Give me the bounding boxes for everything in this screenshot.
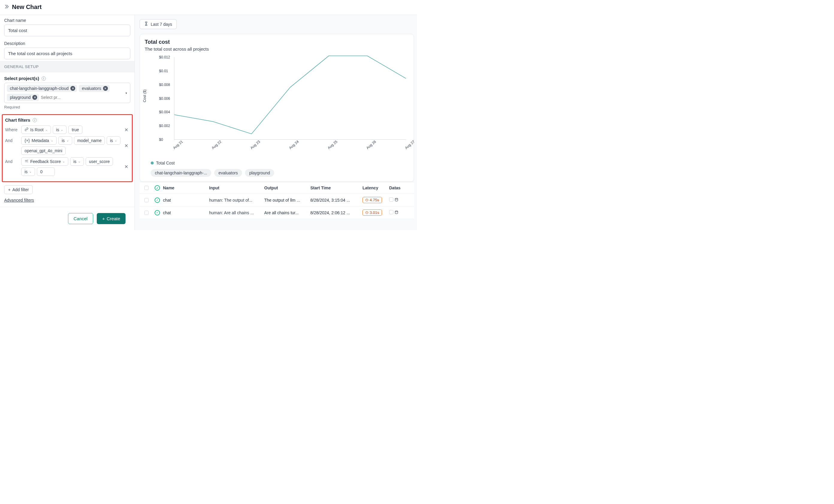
cell-input: human: Are all chains ... — [209, 210, 263, 215]
latency-badge: 4.75s — [363, 197, 382, 203]
dataset-checkbox[interactable] — [389, 197, 393, 202]
filter-field-select[interactable]: Feedback Score⌄ — [21, 157, 68, 166]
col-latency[interactable]: Latency — [363, 185, 388, 190]
project-chip: playground✕ — [7, 94, 39, 101]
metadata-icon: {×} — [25, 138, 30, 143]
filter-keyword: Where — [5, 126, 19, 132]
legend-marker — [151, 161, 154, 165]
required-hint: Required — [0, 104, 134, 112]
status-ok-icon: ✓ — [155, 210, 160, 215]
row-checkbox[interactable] — [145, 211, 149, 215]
cancel-button[interactable]: Cancel — [68, 213, 93, 224]
y-axis-label: Cost ($) — [142, 89, 147, 102]
projects-search-input[interactable] — [41, 95, 68, 100]
filter-field-select[interactable]: Is Root⌄ — [21, 126, 51, 134]
page-title: New Chart — [12, 4, 42, 10]
sidebar-form: Chart name Description GENERAL SETUP Sel… — [0, 15, 135, 230]
results-table: ✓ Name Input Output Start Time Latency D… — [139, 182, 414, 219]
time-range-select[interactable]: Last 7 days — [139, 19, 177, 29]
close-icon[interactable]: ✕ — [32, 95, 37, 100]
filter-value[interactable]: openai_gpt_4o_mini — [21, 147, 66, 155]
y-tick-label: $0.008 — [159, 83, 170, 87]
chevron-down-icon: ⌄ — [66, 139, 69, 142]
info-icon[interactable]: i — [32, 118, 37, 122]
svg-point-1 — [395, 198, 398, 199]
close-icon[interactable]: ✕ — [70, 86, 75, 91]
cell-output: The output of llm ... — [264, 198, 309, 202]
col-input[interactable]: Input — [209, 185, 263, 190]
chevron-down-icon: ⌄ — [45, 128, 48, 131]
chart-name-input[interactable] — [4, 25, 130, 36]
remove-filter-button[interactable]: ✕ — [123, 126, 129, 134]
chevron-down-icon: ⌄ — [63, 160, 65, 163]
chevron-down-icon: ⌄ — [115, 139, 117, 142]
plus-icon: + — [8, 187, 10, 192]
close-icon[interactable]: ✕ — [103, 86, 108, 91]
chevron-down-icon: ⌄ — [78, 160, 81, 163]
latency-badge: 3.01s — [363, 210, 382, 216]
chevron-down-icon: ⌄ — [61, 128, 63, 131]
x-tick-label: Aug 23 — [249, 140, 261, 150]
cell-start: 8/28/2024, 3:15:04 ... — [310, 198, 361, 202]
filter-value[interactable]: 0 — [37, 168, 55, 176]
col-dataset[interactable]: Datas — [389, 185, 407, 190]
remove-filter-button[interactable]: ✕ — [123, 142, 129, 150]
create-button[interactable]: +Create — [97, 213, 126, 224]
table-row[interactable]: ✓chathuman: The output of...The output o… — [139, 194, 414, 206]
col-name[interactable]: Name — [163, 185, 208, 190]
y-tick-label: $0.004 — [159, 110, 170, 114]
dataset-checkbox[interactable] — [389, 210, 393, 214]
cell-dataset[interactable] — [389, 197, 407, 202]
filter-op-select[interactable]: is⌄ — [21, 168, 35, 176]
chart-name-label: Chart name — [4, 18, 130, 23]
project-chip: playground — [245, 169, 274, 177]
filter-op-select[interactable]: is⌄ — [59, 136, 72, 145]
x-tick-label: Aug 25 — [327, 140, 338, 150]
cell-dataset[interactable] — [389, 210, 407, 215]
remove-filter-button[interactable]: ✕ — [123, 163, 129, 171]
info-icon[interactable]: i — [42, 76, 46, 81]
cell-start: 8/28/2024, 2:06:12 ... — [310, 210, 361, 215]
project-chip: chat-langchain-langgraph-... — [151, 169, 211, 177]
col-start[interactable]: Start Time — [310, 185, 361, 190]
hourglass-icon — [144, 22, 148, 27]
status-ok-icon: ✓ — [155, 197, 160, 203]
project-chip: chat-langchain-langgraph-cloud✕ — [7, 85, 77, 92]
cell-input: human: The output of... — [209, 198, 263, 202]
chart-title: Total cost — [145, 39, 409, 45]
project-chip: evaluators — [214, 169, 242, 177]
general-setup-header: GENERAL SETUP — [0, 61, 134, 72]
filter-field-select[interactable]: {×}Metadata⌄ — [21, 136, 57, 145]
preview-card: Total cost The total cost across all pro… — [139, 34, 414, 182]
filter-op-select[interactable]: is⌄ — [70, 157, 84, 166]
plus-icon: + — [102, 216, 105, 221]
table-row[interactable]: ✓chathuman: Are all chains ...Are all ch… — [139, 206, 414, 219]
add-filter-button[interactable]: +Add filter — [4, 185, 32, 194]
chevron-down-icon[interactable]: ▾ — [126, 91, 127, 95]
filter-op-select[interactable]: is⌄ — [53, 126, 66, 134]
x-tick-label: Aug 24 — [288, 140, 300, 150]
select-projects-label: Select project(s) — [4, 76, 39, 81]
filter-key[interactable]: model_name — [74, 136, 105, 145]
chart-subtitle: The total cost across all projects — [145, 46, 409, 51]
advanced-filters-link[interactable]: Advanced filters — [4, 198, 34, 202]
collapse-icon[interactable] — [4, 4, 9, 10]
col-output[interactable]: Output — [264, 185, 309, 190]
y-tick-label: $0 — [159, 137, 163, 142]
description-input[interactable] — [4, 48, 130, 59]
row-checkbox[interactable] — [145, 198, 149, 202]
filter-value[interactable]: true — [68, 126, 82, 134]
svg-point-3 — [395, 211, 398, 212]
x-tick-label: Aug 27 — [404, 140, 416, 150]
filter-key[interactable]: user_score — [86, 157, 113, 166]
filter-op-select[interactable]: is⌄ — [107, 136, 120, 145]
x-tick-label: Aug 22 — [211, 140, 222, 150]
feedback-icon — [25, 159, 28, 164]
x-tick-label: Aug 26 — [366, 140, 377, 150]
chevron-down-icon: ⌄ — [51, 139, 53, 142]
projects-multiselect[interactable]: chat-langchain-langgraph-cloud✕ evaluato… — [4, 83, 130, 103]
chart: Cost ($) $0$0.002$0.004$0.006$0.008$0.01… — [145, 56, 409, 158]
y-tick-label: $0.002 — [159, 124, 170, 128]
y-tick-label: $0.006 — [159, 96, 170, 101]
select-all-checkbox[interactable] — [145, 186, 149, 190]
